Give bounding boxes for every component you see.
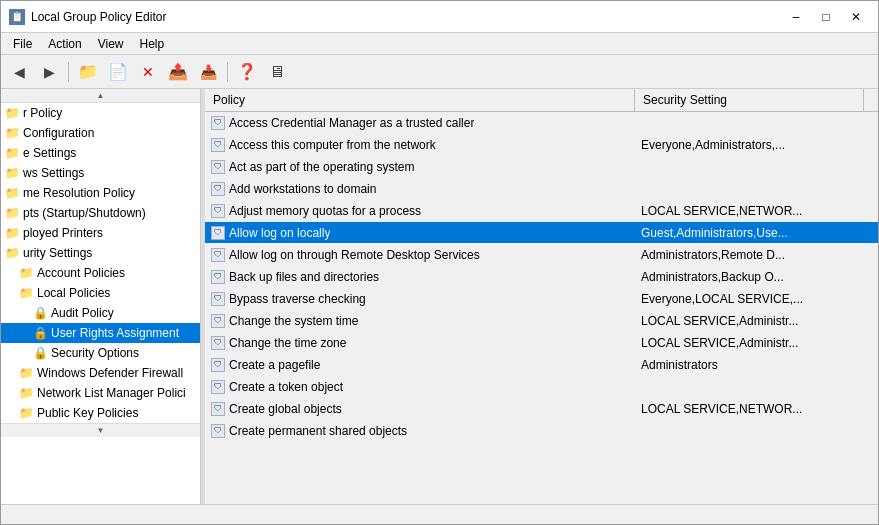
table-row[interactable]: 🛡Create permanent shared objects <box>205 420 878 442</box>
tree-item-localpolicies[interactable]: 📁Local Policies <box>1 283 200 303</box>
table-row[interactable]: 🛡Bypass traverse checkingEveryone,LOCAL … <box>205 288 878 310</box>
tree-item-printers[interactable]: 📁ployed Printers <box>1 223 200 243</box>
security-setting-cell: LOCAL SERVICE,NETWOR... <box>635 202 878 220</box>
row-icon: 🛡 <box>211 270 225 284</box>
security-setting-cell: Administrators <box>635 356 878 374</box>
table-row[interactable]: 🛡Adjust memory quotas for a processLOCAL… <box>205 200 878 222</box>
help-button[interactable]: ❓ <box>233 59 261 85</box>
policy-name: Create a token object <box>229 380 343 394</box>
tree-item-label: e Settings <box>23 146 76 160</box>
scrollbar-spacer <box>864 89 878 111</box>
table-row[interactable]: 🛡Create a token object <box>205 376 878 398</box>
tree-item-accountpolicies[interactable]: 📁Account Policies <box>1 263 200 283</box>
tree-item-label: Network List Manager Polici <box>37 386 186 400</box>
folder-icon: 📁 <box>5 166 20 180</box>
row-icon: 🛡 <box>211 138 225 152</box>
tree-item-esettings[interactable]: 📁e Settings <box>1 143 200 163</box>
policy-cell: 🛡Create global objects <box>205 400 635 418</box>
menu-view[interactable]: View <box>90 33 132 54</box>
table-row[interactable]: 🛡Allow log on locallyGuest,Administrator… <box>205 222 878 244</box>
tree-item-uritysettings[interactable]: 📁urity Settings <box>1 243 200 263</box>
policy-cell: 🛡Change the time zone <box>205 334 635 352</box>
tree-item-userrightsassignment[interactable]: 🔒User Rights Assignment <box>1 323 200 343</box>
row-icon: 🛡 <box>211 292 225 306</box>
folder-icon: 📁 <box>5 146 20 160</box>
table-header: Policy Security Setting <box>205 89 878 112</box>
tree-item-label: User Rights Assignment <box>51 326 179 340</box>
table-row[interactable]: 🛡Change the time zoneLOCAL SERVICE,Admin… <box>205 332 878 354</box>
console-button[interactable]: 🖥 <box>263 59 291 85</box>
policy-name: Change the system time <box>229 314 358 328</box>
tree-item-resolution[interactable]: 📁me Resolution Policy <box>1 183 200 203</box>
tree-item-windowsfirewall[interactable]: 📁Windows Defender Firewall <box>1 363 200 383</box>
lock-icon: 🔒 <box>33 346 48 360</box>
table-row[interactable]: 🛡Add workstations to domain <box>205 178 878 200</box>
row-icon: 🛡 <box>211 336 225 350</box>
security-setting-cell <box>635 385 878 389</box>
policy-name: Back up files and directories <box>229 270 379 284</box>
properties-button[interactable]: 📄 <box>104 59 132 85</box>
table-row[interactable]: 🛡Act as part of the operating system <box>205 156 878 178</box>
menu-file[interactable]: File <box>5 33 40 54</box>
tree-item-startupshutdown[interactable]: 📁pts (Startup/Shutdown) <box>1 203 200 223</box>
security-setting-cell <box>635 187 878 191</box>
main-window: 📋 Local Group Policy Editor – □ ✕ File A… <box>0 0 879 525</box>
tree-item-configuration[interactable]: 📁Configuration <box>1 123 200 143</box>
table-row[interactable]: 🛡Access this computer from the networkEv… <box>205 134 878 156</box>
maximize-button[interactable]: □ <box>812 7 840 27</box>
table-row[interactable]: 🛡Back up files and directoriesAdministra… <box>205 266 878 288</box>
policy-cell: 🛡Adjust memory quotas for a process <box>205 202 635 220</box>
table-row[interactable]: 🛡Create global objectsLOCAL SERVICE,NETW… <box>205 398 878 420</box>
left-panel[interactable]: ▲ 📁r Policy📁Configuration📁e Settings📁ws … <box>1 89 201 504</box>
policy-name: Bypass traverse checking <box>229 292 366 306</box>
delete-button[interactable]: ✕ <box>134 59 162 85</box>
security-setting-cell: LOCAL SERVICE,NETWOR... <box>635 400 878 418</box>
policy-cell: 🛡Act as part of the operating system <box>205 158 635 176</box>
folder-icon: 📁 <box>5 126 20 140</box>
back-button[interactable]: ◀ <box>5 59 33 85</box>
row-icon: 🛡 <box>211 424 225 438</box>
tree-item-networklistmanager[interactable]: 📁Network List Manager Polici <box>1 383 200 403</box>
table-row[interactable]: 🛡Change the system timeLOCAL SERVICE,Adm… <box>205 310 878 332</box>
scroll-up-arrow[interactable]: ▲ <box>1 89 200 103</box>
security-setting-cell <box>635 121 878 125</box>
tree-item-label: urity Settings <box>23 246 92 260</box>
forward-button[interactable]: ▶ <box>35 59 63 85</box>
lock-icon: 🔒 <box>33 326 48 340</box>
table-row[interactable]: 🛡Create a pagefileAdministrators <box>205 354 878 376</box>
policy-name: Allow log on locally <box>229 226 330 240</box>
export-button[interactable]: 📤 <box>164 59 192 85</box>
status-bar <box>1 504 878 524</box>
column-header-policy[interactable]: Policy <box>205 89 635 111</box>
tree-item-publickeypolicies[interactable]: 📁Public Key Policies <box>1 403 200 423</box>
security-setting-cell: Everyone,LOCAL SERVICE,... <box>635 290 878 308</box>
menu-action[interactable]: Action <box>40 33 89 54</box>
tree-item-auditpolicy[interactable]: 🔒Audit Policy <box>1 303 200 323</box>
tree-item-label: pts (Startup/Shutdown) <box>23 206 146 220</box>
folder-icon: 📁 <box>19 366 34 380</box>
security-setting-cell: Everyone,Administrators,... <box>635 136 878 154</box>
policy-cell: 🛡Back up files and directories <box>205 268 635 286</box>
scroll-down-arrow[interactable]: ▼ <box>1 423 200 437</box>
table-row[interactable]: 🛡Access Credential Manager as a trusted … <box>205 112 878 134</box>
import-button[interactable]: 📥 <box>194 59 222 85</box>
tree-item-policy[interactable]: 📁r Policy <box>1 103 200 123</box>
table-body[interactable]: 🛡Access Credential Manager as a trusted … <box>205 112 878 504</box>
tree-item-securityoptions[interactable]: 🔒Security Options <box>1 343 200 363</box>
policy-cell: 🛡Access Credential Manager as a trusted … <box>205 114 635 132</box>
minimize-button[interactable]: – <box>782 7 810 27</box>
column-header-security[interactable]: Security Setting <box>635 89 864 111</box>
policy-name: Create permanent shared objects <box>229 424 407 438</box>
row-icon: 🛡 <box>211 380 225 394</box>
tree-item-label: Configuration <box>23 126 94 140</box>
menu-help[interactable]: Help <box>132 33 173 54</box>
folder-button[interactable]: 📁 <box>74 59 102 85</box>
close-button[interactable]: ✕ <box>842 7 870 27</box>
row-icon: 🛡 <box>211 314 225 328</box>
tree-item-wssettings[interactable]: 📁ws Settings <box>1 163 200 183</box>
row-icon: 🛡 <box>211 160 225 174</box>
window-title: Local Group Policy Editor <box>31 10 776 24</box>
row-icon: 🛡 <box>211 204 225 218</box>
security-setting-cell: Guest,Administrators,Use... <box>635 224 878 242</box>
table-row[interactable]: 🛡Allow log on through Remote Desktop Ser… <box>205 244 878 266</box>
